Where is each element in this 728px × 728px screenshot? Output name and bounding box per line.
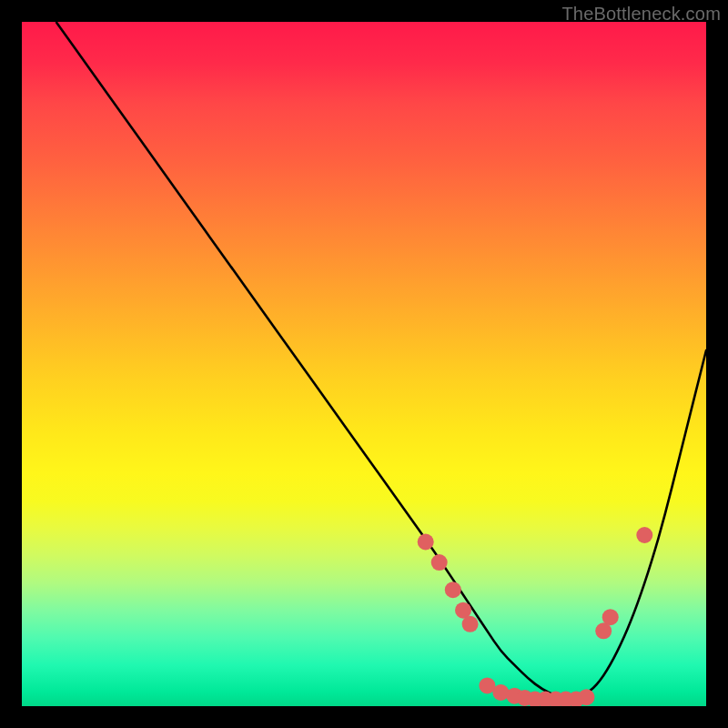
marker-dot <box>462 616 479 632</box>
chart-svg <box>22 22 706 706</box>
marker-dot <box>431 554 448 571</box>
marker-dot <box>418 534 434 551</box>
marker-dot <box>578 689 594 705</box>
marker-dot <box>602 609 619 625</box>
marker-dot <box>445 581 461 598</box>
marker-dot <box>636 527 652 543</box>
marker-dot <box>492 684 509 701</box>
bottleneck-curve <box>56 22 706 699</box>
data-markers <box>418 527 653 706</box>
plot-area <box>22 22 706 706</box>
chart-container: TheBottleneck.com <box>0 0 728 728</box>
